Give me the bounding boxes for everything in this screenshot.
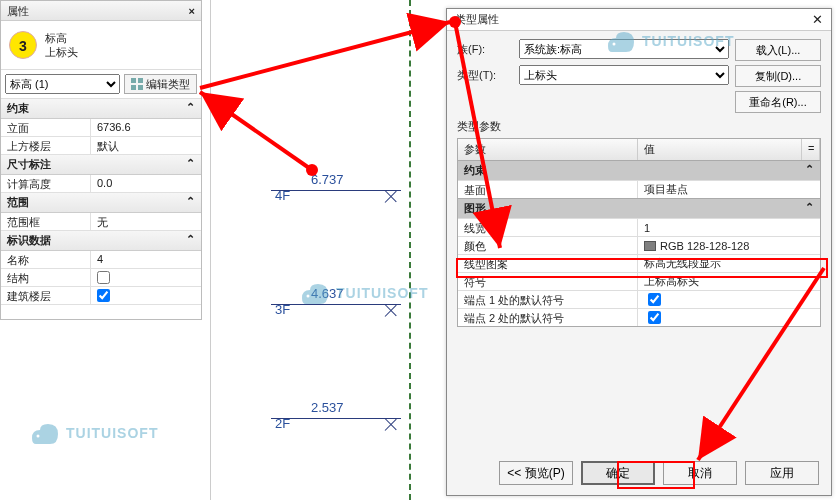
level-name: 3F [275, 302, 290, 317]
group-scope[interactable]: 范围⌃ [1, 193, 201, 213]
expand-icon: ⌃ [186, 195, 195, 210]
rename-button[interactable]: 重命名(R)... [735, 91, 821, 113]
svg-point-4 [37, 435, 40, 438]
type-card[interactable]: 3 标高 上标头 [1, 21, 201, 70]
group-graphic[interactable]: 图形⌃ [458, 198, 820, 218]
group-dim[interactable]: 尺寸标注⌃ [1, 155, 201, 175]
ok-button[interactable]: 确定 [581, 461, 655, 485]
watermark: TUITUISOFT [300, 280, 428, 306]
properties-titlebar: 属性 × [1, 1, 201, 21]
table-row-line-pattern[interactable]: 线型图案标高无线段显示 [458, 254, 820, 272]
param-row[interactable]: 范围框无 [1, 213, 201, 231]
expand-icon: ⌃ [186, 101, 195, 116]
close-icon[interactable]: × [189, 1, 195, 21]
properties-title: 属性 [7, 1, 29, 21]
param-row[interactable]: 立面6736.6 [1, 119, 201, 137]
col-eq: = [802, 139, 820, 160]
table-row[interactable]: 颜色RGB 128-128-128 [458, 236, 820, 254]
type-name: 标高 [45, 31, 78, 45]
param-row[interactable]: 计算高度0.0 [1, 175, 201, 193]
svg-rect-3 [138, 85, 143, 90]
table-row[interactable]: 符号上标高标头 [458, 272, 820, 290]
table-row[interactable]: 基面项目基点 [458, 180, 820, 198]
struct-checkbox[interactable] [97, 271, 110, 284]
level-value: 6.737 [311, 172, 344, 187]
table-row[interactable]: 端点 1 处的默认符号 [458, 290, 820, 308]
building-floor-checkbox[interactable] [97, 289, 110, 302]
close-icon[interactable]: ✕ [812, 12, 823, 27]
level-value: 2.537 [311, 400, 344, 415]
family-label: 族(F): [457, 42, 513, 57]
reference-line [409, 0, 411, 500]
type-properties-dialog: 类型属性 ✕ 族(F): 系统族:标高 类型(T): 上标头 载入(L)... … [446, 8, 832, 496]
type-select[interactable]: 上标头 [519, 65, 729, 85]
expand-icon: ⌃ [186, 233, 195, 248]
group-id[interactable]: 标识数据⌃ [1, 231, 201, 251]
table-row[interactable]: 端点 2 处的默认符号 [458, 308, 820, 326]
expand-icon: ⌃ [805, 163, 814, 178]
preview-button[interactable]: << 预览(P) [499, 461, 573, 485]
svg-point-5 [307, 295, 310, 298]
duplicate-button[interactable]: 复制(D)... [735, 65, 821, 87]
watermark: TUITUISOFT [30, 420, 158, 446]
svg-point-6 [613, 43, 616, 46]
watermark: TUITUISOFT [606, 28, 734, 54]
table-row[interactable]: 线宽1 [458, 218, 820, 236]
level-name: 2F [275, 416, 290, 431]
level-name: 4F [275, 188, 290, 203]
dialog-title: 类型属性 [455, 12, 499, 27]
step-badge: 3 [9, 31, 37, 59]
group-constraint[interactable]: 约束⌃ [458, 160, 820, 180]
param-row[interactable]: 建筑楼层 [1, 287, 201, 305]
edit-type-icon [131, 78, 143, 90]
svg-rect-0 [131, 78, 136, 83]
group-constraint[interactable]: 约束⌃ [1, 99, 201, 119]
param-row[interactable]: 上方楼层默认 [1, 137, 201, 155]
type-params-table: 参数 值 = 约束⌃ 基面项目基点 图形⌃ 线宽1 颜色RGB 128-128-… [457, 138, 821, 327]
expand-icon: ⌃ [805, 201, 814, 216]
end1-checkbox[interactable] [648, 293, 661, 306]
level-line[interactable] [271, 418, 401, 419]
param-row[interactable]: 名称4 [1, 251, 201, 269]
apply-button[interactable]: 应用 [745, 461, 819, 485]
canvas[interactable]: 4F6.7373F4.6372F2.537 [210, 0, 448, 500]
load-button[interactable]: 载入(L)... [735, 39, 821, 61]
properties-panel: 属性 × 3 标高 上标头 标高 (1) 编辑类型 约束⌃ 立面6736.6 上… [0, 0, 202, 320]
color-chip [644, 241, 656, 251]
col-value: 值 [638, 139, 802, 160]
param-row[interactable]: 结构 [1, 269, 201, 287]
edit-type-button[interactable]: 编辑类型 [124, 74, 197, 94]
expand-icon: ⌃ [186, 157, 195, 172]
end2-checkbox[interactable] [648, 311, 661, 324]
svg-rect-2 [131, 85, 136, 90]
edit-type-label: 编辑类型 [146, 77, 190, 92]
type-label: 类型(T): [457, 68, 513, 83]
cancel-button[interactable]: 取消 [663, 461, 737, 485]
level-line[interactable] [271, 190, 401, 191]
type-sub: 上标头 [45, 45, 78, 59]
svg-rect-1 [138, 78, 143, 83]
type-params-label: 类型参数 [457, 119, 821, 134]
col-param: 参数 [458, 139, 638, 160]
instance-selector[interactable]: 标高 (1) [5, 74, 120, 94]
